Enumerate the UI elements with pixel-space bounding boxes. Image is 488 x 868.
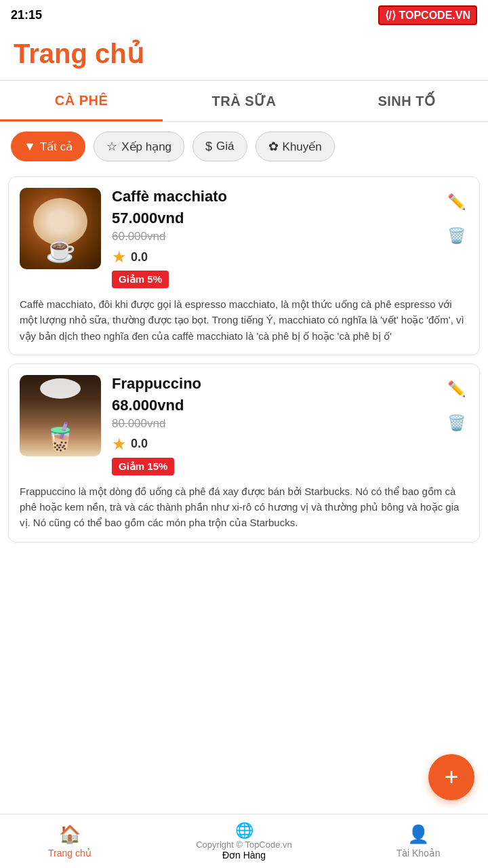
tab-ca-phe[interactable]: CÀ PHÊ [0,81,163,121]
page-title: Trang chủ [14,38,474,69]
product-image-macchiato [20,188,101,269]
filter-tat-ca-label: Tất cả [40,140,73,154]
product-actions-macchiato: ✏️ 🗑️ [445,188,468,248]
filter-icon: ▼ [24,140,36,154]
product-info-macchiato: Caffè macchiato 57.000vnd 60.000vnd ★ 0.… [112,188,434,288]
filter-bar: ▼ Tất cả ☆ Xếp hạng $ Giá ✿ Khuyến [0,122,488,171]
nav-item-account[interactable]: 👤 Tài Khoản [348,824,488,859]
copyright-text: Copyright © TopCode.vn [196,840,292,850]
filter-xep-hang-label: Xếp hạng [121,140,171,154]
star-icon-frappuccino: ★ [112,435,127,454]
filter-xep-hang-icon: ☆ [106,139,117,154]
header: Trang chủ [0,30,488,80]
nav-label-home: Trang chủ [48,848,92,859]
filter-gia-label: Giá [216,140,234,153]
rating-value-macchiato: 0.0 [131,250,148,264]
product-name-frappuccino: Frappuccino [112,375,434,393]
nav-label-orders: Đơn Hàng [222,850,266,861]
tabs: CÀ PHÊ TRÀ SỮA SINH TỐ [0,81,488,121]
product-name-macchiato: Caffè macchiato [112,188,434,205]
nav-label-account: Tài Khoản [396,848,441,859]
home-icon: 🏠 [59,824,81,845]
product-price-frappuccino: 68.000vnd [112,397,434,414]
filter-khuyen[interactable]: ✿ Khuyến [256,132,335,161]
status-bar: 21:15 ⟨/⟩ TOPCODE.VN [0,0,488,30]
product-actions-frappuccino: ✏️ 🗑️ [445,375,468,435]
status-icons: ⟨/⟩ TOPCODE.VN [378,5,477,25]
delete-button-macchiato[interactable]: 🗑️ [445,224,468,248]
nav-copyright: 🌐 Copyright © TopCode.vn Đơn Hàng [140,822,349,861]
products-list: Caffè macchiato 57.000vnd 60.000vnd ★ 0.… [0,171,488,548]
tabs-container: CÀ PHÊ TRÀ SỮA SINH TỐ [0,80,488,122]
product-description-frappuccino: Frappuccino là một dòng đồ uống cà phê đ… [20,484,468,531]
product-rating-frappuccino: ★ 0.0 [112,435,434,454]
product-card-frappuccino: Frappuccino 68.000vnd 80.000vnd ★ 0.0 Gi… [8,363,480,542]
product-rating-macchiato: ★ 0.0 [112,248,434,267]
product-card-macchiato: Caffè macchiato 57.000vnd 60.000vnd ★ 0.… [8,176,480,355]
fab-add-button[interactable]: + [428,754,474,800]
product-price-macchiato: 57.000vnd [112,210,434,227]
bottom-nav: 🏠 Trang chủ 🌐 Copyright © TopCode.vn Đơn… [0,814,488,868]
globe-icon: 🌐 [235,822,253,840]
tab-tra-sua[interactable]: TRÀ SỮA [163,81,325,121]
filter-gia-icon: $ [205,140,212,154]
nav-item-home[interactable]: 🏠 Trang chủ [0,824,140,859]
edit-button-macchiato[interactable]: ✏️ [445,191,468,214]
edit-button-frappuccino[interactable]: ✏️ [445,378,468,401]
product-top-frappuccino: Frappuccino 68.000vnd 80.000vnd ★ 0.0 Gi… [20,375,468,475]
delete-button-frappuccino[interactable]: 🗑️ [445,412,468,435]
filter-xep-hang[interactable]: ☆ Xếp hạng [94,132,184,161]
rating-value-frappuccino: 0.0 [131,437,148,451]
filter-khuyen-label: Khuyến [283,140,322,154]
discount-badge-frappuccino: Giảm 15% [112,458,174,475]
account-icon: 👤 [407,824,429,845]
product-description-macchiato: Caffè macchiato, đôi khi được gọi là esp… [20,296,468,344]
discount-badge-macchiato: Giảm 5% [112,271,169,288]
star-icon-macchiato: ★ [112,248,127,267]
product-info-frappuccino: Frappuccino 68.000vnd 80.000vnd ★ 0.0 Gi… [112,375,434,475]
product-top: Caffè macchiato 57.000vnd 60.000vnd ★ 0.… [20,188,468,288]
topcode-logo: ⟨/⟩ TOPCODE.VN [378,5,477,25]
filter-gia[interactable]: $ Giá [192,132,247,161]
filter-tat-ca[interactable]: ▼ Tất cả [11,132,85,161]
status-time: 21:15 [11,8,42,22]
product-original-price-macchiato: 60.000vnd [112,230,434,243]
product-image-frappuccino [20,375,101,456]
filter-khuyen-icon: ✿ [268,139,279,154]
product-original-price-frappuccino: 80.000vnd [112,417,434,431]
tab-sinh-to[interactable]: SINH TỐ [325,81,488,121]
